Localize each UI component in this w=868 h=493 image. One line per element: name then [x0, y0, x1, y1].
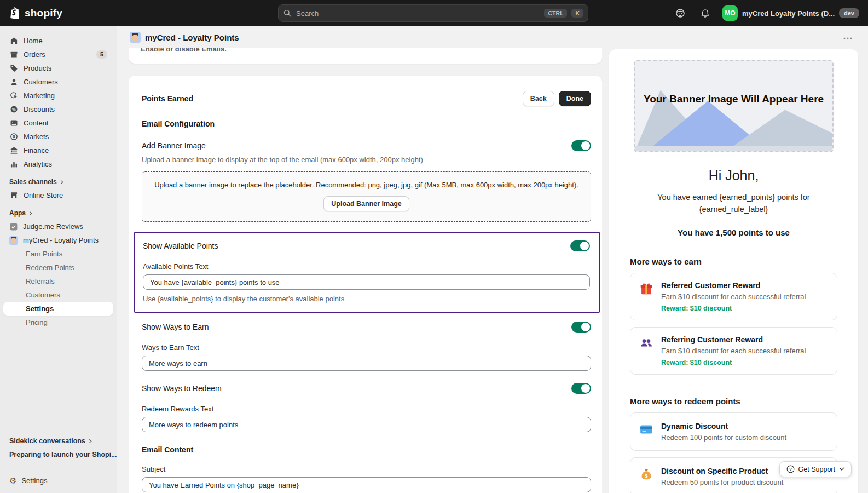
svg-text:$: $ — [645, 473, 648, 479]
sidebar-item-finance[interactable]: Finance — [3, 144, 113, 157]
sidebar-item-label: Orders — [24, 50, 45, 59]
sidebar-item-markets[interactable]: $ Markets — [3, 130, 113, 144]
kbd-k: K — [571, 9, 583, 18]
sidebar-item-online-store[interactable]: Online Store — [3, 188, 113, 202]
svg-text:?: ? — [789, 467, 792, 472]
sidebar-item-referrals[interactable]: Referrals — [3, 274, 113, 288]
add-banner-description: Upload a banner image to display at the … — [142, 156, 591, 164]
tag-icon — [9, 64, 19, 73]
show-ways-redeem-toggle[interactable] — [571, 383, 591, 394]
card-title: Points Earned — [142, 94, 193, 103]
shopify-bag-icon — [9, 7, 21, 20]
preview-earned-line: You have earned {earned_points} points f… — [649, 191, 819, 216]
reward-card: Referring Customer Reward Earn $10 disco… — [630, 327, 837, 375]
back-button[interactable]: Back — [523, 91, 554, 106]
available-points-help: Use {available_points} to display the cu… — [143, 295, 590, 303]
redeem-description: Redeem 50 points for product discount — [661, 478, 783, 486]
chevron-right-icon — [28, 211, 33, 216]
sidebar-item-settings[interactable]: ⚙ Settings — [3, 474, 113, 488]
shopify-logo[interactable]: shopify — [9, 7, 62, 20]
people-icon — [639, 336, 653, 350]
sidebar-item-customers[interactable]: Customers — [3, 75, 113, 89]
reward-title: Referred Customer Reward — [661, 281, 806, 290]
sidekick-conversations[interactable]: Sidekick conversations — [3, 434, 113, 448]
sidebar-item-products[interactable]: Products — [3, 61, 113, 75]
svg-text:%: % — [12, 107, 16, 112]
sidebar-item-mycred[interactable]: myCred - Loyalty Points — [3, 233, 113, 247]
money-bag-icon: $ — [639, 467, 653, 481]
sidebar-item-earn-points[interactable]: Earn Points — [3, 247, 113, 261]
sub-item-label: Customers — [26, 291, 60, 299]
reward-value: Reward: $10 discount — [661, 305, 806, 312]
banner-upload-dropzone[interactable]: Upload a banner image to replace the pla… — [142, 171, 591, 222]
email-configuration-heading: Email Configuration — [142, 119, 591, 128]
sidebar-item-orders[interactable]: Orders 5 — [3, 48, 113, 61]
points-earned-card: Points Earned Back Done Email Configurat… — [129, 76, 602, 493]
sidebar-item-redeem-points[interactable]: Redeem Points — [3, 261, 113, 274]
global-search[interactable]: CTRL K — [278, 4, 588, 22]
get-support-button[interactable]: ? Get Support — [779, 461, 852, 477]
show-available-points-toggle[interactable] — [570, 240, 590, 251]
account-menu[interactable]: MO myCred Loyalty Points (D... dev — [722, 5, 859, 21]
sidebar-item-home[interactable]: Home — [3, 34, 113, 48]
ways-earn-input[interactable] — [142, 356, 591, 371]
sub-item-label: Redeem Points — [26, 263, 74, 272]
subject-input[interactable] — [142, 477, 591, 492]
top-bar: shopify CTRL K MO myC — [0, 0, 868, 26]
bar-chart-icon — [9, 159, 19, 169]
main-area: myCred - Loyalty Points Enable or disabl… — [117, 26, 868, 493]
redeem-description: Redeem 100 points for custom discount — [661, 433, 786, 442]
search-input[interactable] — [296, 9, 540, 18]
sidebar-item-marketing[interactable]: Marketing — [3, 89, 113, 102]
redeem-title: Dynamic Discount — [661, 422, 786, 431]
mycred-app-icon — [9, 236, 18, 245]
person-icon — [9, 77, 19, 87]
sidebar-item-label: Judge.me Reviews — [23, 222, 83, 231]
redeem-text-input[interactable] — [142, 417, 591, 432]
available-points-input[interactable] — [143, 274, 590, 290]
done-button[interactable]: Done — [559, 91, 591, 106]
sidebar-item-label: Products — [24, 64, 51, 72]
redeem-card: Dynamic Discount Redeem 100 points for c… — [630, 412, 837, 451]
sidebar-item-label: Markets — [24, 133, 49, 141]
upload-banner-button[interactable]: Upload Banner Image — [323, 196, 409, 211]
preview-greeting: Hi John, — [609, 168, 858, 184]
sales-channels-header[interactable]: Sales channels — [3, 178, 113, 186]
sidebar-item-analytics[interactable]: Analytics — [3, 157, 113, 171]
gear-icon: ⚙ — [9, 477, 16, 485]
subject-label: Subject — [142, 465, 591, 473]
sub-item-label: Pricing — [26, 318, 48, 326]
apps-header[interactable]: Apps — [3, 209, 113, 217]
more-options-button[interactable] — [841, 30, 855, 44]
apps-label: Apps — [9, 209, 26, 217]
mycred-app-icon — [130, 32, 141, 43]
reward-card: Referred Customer Reward Earn $10 discou… — [630, 273, 837, 320]
preview-earn-heading: More ways to earn — [630, 257, 837, 266]
reward-description: Earn $10 discount for each successful re… — [661, 293, 806, 301]
credit-card-icon — [639, 422, 653, 437]
sidekick-button[interactable] — [672, 5, 688, 21]
add-banner-label: Add Banner Image — [142, 141, 206, 150]
chevron-down-icon — [839, 467, 844, 471]
sidebar-item-label: Finance — [24, 146, 49, 154]
show-ways-earn-label: Show Ways to Earn — [142, 323, 209, 331]
sidebar-item-app-customers[interactable]: Customers — [3, 288, 113, 302]
home-icon — [9, 36, 19, 45]
sidebar-item-label: Online Store — [24, 191, 63, 199]
sidebar-item-app-settings[interactable]: Settings — [3, 302, 113, 316]
sidebar-item-label: Settings — [21, 477, 47, 485]
sidebar-item-label: myCred - Loyalty Points — [23, 236, 99, 244]
sidebar-item-content[interactable]: Content — [3, 116, 113, 130]
sidebar-item-label: Content — [24, 119, 49, 127]
sidebar-item-pricing[interactable]: Pricing — [3, 316, 113, 329]
sidebar-item-judgeme[interactable]: Judge.me Reviews — [3, 220, 113, 233]
orders-count-badge: 5 — [96, 50, 107, 59]
preview-redeem-heading: More ways to redeem points — [630, 397, 837, 406]
add-banner-toggle[interactable] — [571, 140, 591, 151]
chevron-right-icon — [60, 180, 64, 185]
sidebar-item-discounts[interactable]: % Discounts — [3, 102, 113, 116]
show-available-points-label: Show Available Points — [143, 242, 218, 250]
show-ways-earn-toggle[interactable] — [571, 322, 591, 333]
content-icon — [9, 118, 19, 128]
notifications-button[interactable] — [697, 5, 714, 21]
